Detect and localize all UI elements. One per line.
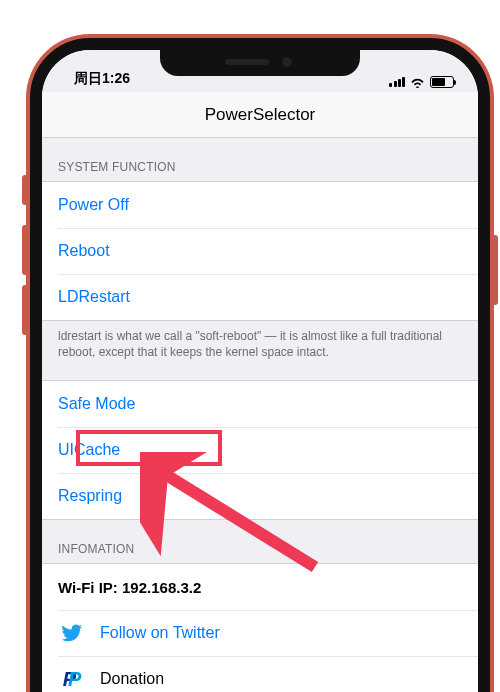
battery-icon <box>430 76 454 88</box>
cell-uicache[interactable]: UICache <box>42 427 478 473</box>
cell-label: Donation <box>100 670 164 688</box>
cell-respring[interactable]: Respring <box>42 473 478 519</box>
cell-wifi-ip: Wi-Fi IP: 192.168.3.2 <box>42 564 478 610</box>
section-header-system-function: SYSTEM FUNCTION <box>42 138 478 181</box>
status-time: 周日1:26 <box>74 70 130 88</box>
phone-frame: 周日1:26 PowerSelector SYSTEM FUNCTION Pow… <box>30 38 490 692</box>
content-scroll[interactable]: SYSTEM FUNCTION Power Off Reboot LDResta… <box>42 138 478 692</box>
device-notch <box>160 48 360 76</box>
cell-power-off[interactable]: Power Off <box>42 182 478 228</box>
cell-reboot[interactable]: Reboot <box>42 228 478 274</box>
cell-label: Follow on Twitter <box>100 624 220 642</box>
paypal-icon: PP <box>58 668 86 691</box>
side-button-silent <box>22 175 28 205</box>
cell-safe-mode[interactable]: Safe Mode <box>42 381 478 427</box>
page-title: PowerSelector <box>205 105 316 125</box>
cell-ldrestart[interactable]: LDRestart <box>42 274 478 320</box>
side-button-volume-down <box>22 285 28 335</box>
side-button-volume-up <box>22 225 28 275</box>
wifi-icon <box>410 76 425 88</box>
cell-follow-twitter[interactable]: Follow on Twitter <box>42 610 478 656</box>
nav-bar: PowerSelector <box>42 92 478 138</box>
cell-donation[interactable]: PP Donation <box>42 656 478 692</box>
side-button-power <box>492 235 498 305</box>
cellular-signal-icon <box>389 77 405 87</box>
footer-ldrestart: ldrestart is what we call a "soft-reboot… <box>42 321 478 370</box>
twitter-icon <box>58 622 86 644</box>
section-header-information: INFOMATION <box>42 520 478 563</box>
